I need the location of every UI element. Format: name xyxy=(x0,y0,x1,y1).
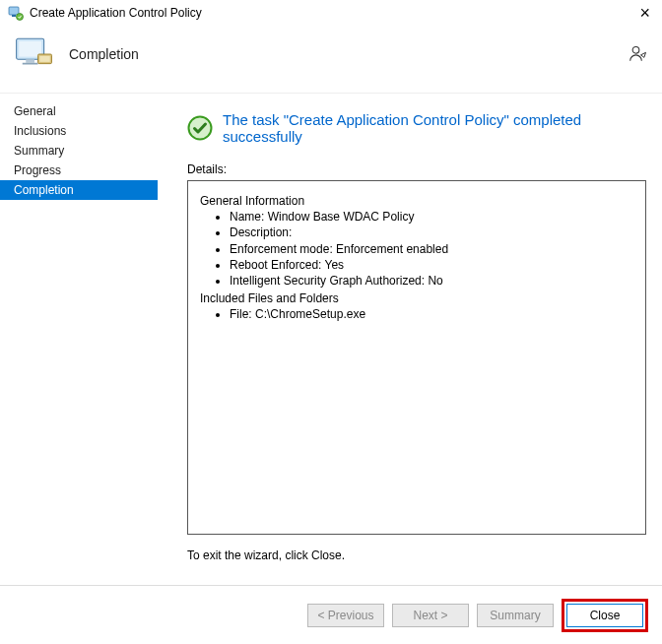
user-feedback-icon[interactable] xyxy=(629,44,648,64)
svg-rect-5 xyxy=(26,59,34,63)
sidebar-item-general[interactable]: General xyxy=(0,101,158,121)
svg-point-9 xyxy=(632,47,639,54)
svg-rect-6 xyxy=(23,63,38,65)
sidebar-item-progress[interactable]: Progress xyxy=(0,161,158,180)
details-enforcement: Enforcement mode: Enforcement enabled xyxy=(230,241,633,257)
svg-rect-0 xyxy=(9,7,19,15)
details-box: General Information Name: Window Base WD… xyxy=(187,180,646,535)
details-label: Details: xyxy=(187,162,646,176)
wizard-sidebar: General Inclusions Summary Progress Comp… xyxy=(0,94,158,586)
window-close-button[interactable]: × xyxy=(635,6,654,20)
previous-button: < Previous xyxy=(307,604,384,627)
success-check-icon xyxy=(187,115,213,141)
wizard-header: Completion xyxy=(0,24,662,94)
sidebar-item-summary[interactable]: Summary xyxy=(0,141,158,161)
window-title: Create Application Control Policy xyxy=(30,6,202,20)
app-icon xyxy=(8,5,24,21)
page-title: Completion xyxy=(69,46,139,62)
summary-button: Summary xyxy=(477,604,554,627)
sidebar-item-inclusions[interactable]: Inclusions xyxy=(0,121,158,141)
svg-point-2 xyxy=(17,14,24,21)
close-button[interactable]: Close xyxy=(566,604,643,627)
details-reboot: Reboot Enforced: Yes xyxy=(230,257,633,273)
monitor-icon xyxy=(14,33,55,75)
success-message: The task "Create Application Control Pol… xyxy=(223,111,646,145)
svg-rect-8 xyxy=(39,56,50,62)
details-heading-general: General Information xyxy=(200,193,633,209)
svg-rect-1 xyxy=(12,15,16,17)
wizard-content: The task "Create Application Control Pol… xyxy=(158,94,662,586)
success-row: The task "Create Application Control Pol… xyxy=(187,111,646,145)
details-heading-included: Included Files and Folders xyxy=(200,290,633,306)
details-file: File: C:\ChromeSetup.exe xyxy=(230,306,633,322)
sidebar-item-completion[interactable]: Completion xyxy=(0,180,158,200)
details-description: Description: xyxy=(230,225,633,240)
wizard-footer: < Previous Next > Summary Close xyxy=(0,585,662,644)
details-isg: Intelligent Security Graph Authorized: N… xyxy=(230,273,633,289)
exit-hint: To exit the wizard, click Close. xyxy=(187,548,646,562)
close-button-highlight: Close xyxy=(562,599,648,632)
next-button: Next > xyxy=(392,604,469,627)
details-name: Name: Window Base WDAC Policy xyxy=(230,209,633,225)
titlebar: Create Application Control Policy × xyxy=(0,0,662,24)
